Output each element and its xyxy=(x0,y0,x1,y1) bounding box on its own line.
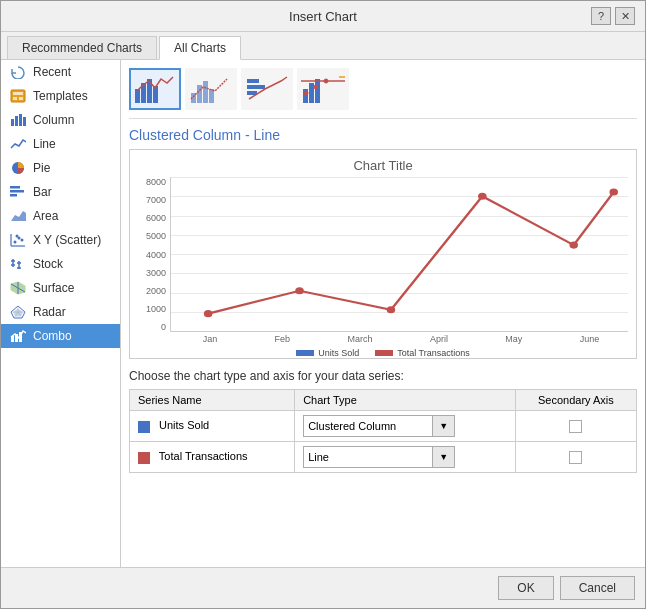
combo-icon xyxy=(9,329,27,343)
line-chart-svg xyxy=(171,177,628,331)
svg-rect-51 xyxy=(315,79,320,103)
sidebar-templates-label: Templates xyxy=(33,89,88,103)
svg-rect-0 xyxy=(11,90,25,102)
sidebar-item-xy[interactable]: X Y (Scatter) xyxy=(1,228,120,252)
sidebar-pie-label: Pie xyxy=(33,161,50,175)
svg-rect-3 xyxy=(19,97,23,100)
legend-units-sold-color xyxy=(296,350,314,356)
svg-point-57 xyxy=(204,310,213,317)
sidebar: Recent Templates Column Line xyxy=(1,60,121,567)
chart-type-select-0[interactable]: Clustered Column Line xyxy=(303,415,433,437)
tab-all-charts[interactable]: All Charts xyxy=(159,36,241,60)
sidebar-xy-label: X Y (Scatter) xyxy=(33,233,101,247)
tab-recommended[interactable]: Recommended Charts xyxy=(7,36,157,59)
svg-point-59 xyxy=(387,306,396,313)
main-panel: Clustered Column - Line Chart Title 8000… xyxy=(121,60,645,567)
svg-rect-7 xyxy=(23,117,26,126)
svg-point-54 xyxy=(314,85,318,89)
svg-rect-47 xyxy=(247,85,265,89)
svg-point-15 xyxy=(14,241,17,244)
chart-type-row xyxy=(129,68,637,119)
chart-body xyxy=(170,177,628,332)
tab-bar: Recommended Charts All Charts xyxy=(1,32,645,60)
radar-icon xyxy=(9,305,27,319)
chart-type-select-1[interactable]: Line Clustered Column xyxy=(303,446,433,468)
svg-point-62 xyxy=(609,188,618,195)
bar-icon xyxy=(9,185,27,199)
chart-type-btn-2[interactable] xyxy=(241,68,293,110)
close-button[interactable]: ✕ xyxy=(615,7,635,25)
sidebar-item-templates[interactable]: Templates xyxy=(1,84,120,108)
sidebar-area-label: Area xyxy=(33,209,58,223)
title-controls: ? ✕ xyxy=(591,7,635,25)
legend-units-sold-label: Units Sold xyxy=(318,348,359,358)
surface-icon xyxy=(9,281,27,295)
sidebar-bar-label: Bar xyxy=(33,185,52,199)
templates-icon xyxy=(9,89,27,103)
sidebar-item-line[interactable]: Line xyxy=(1,132,120,156)
col-chart-type: Chart Type xyxy=(295,390,516,411)
svg-rect-6 xyxy=(19,114,22,126)
svg-marker-12 xyxy=(11,211,26,221)
series-name-1: Total Transactions xyxy=(130,442,295,473)
cancel-button[interactable]: Cancel xyxy=(560,576,635,600)
legend-total-transactions-label: Total Transactions xyxy=(397,348,470,358)
pie-icon xyxy=(9,161,27,175)
table-row: Total Transactions Line Clustered Column… xyxy=(130,442,637,473)
dropdown-arrow-0[interactable]: ▼ xyxy=(433,415,455,437)
sidebar-item-surface[interactable]: Surface xyxy=(1,276,120,300)
y-axis: 8000 7000 6000 5000 4000 3000 2000 1000 … xyxy=(138,177,170,332)
chart-area: 8000 7000 6000 5000 4000 3000 2000 1000 … xyxy=(138,177,628,332)
sidebar-column-label: Column xyxy=(33,113,74,127)
secondary-checkbox-0[interactable] xyxy=(569,420,582,433)
column-icon xyxy=(9,113,27,127)
data-series-section: Choose the chart type and axis for your … xyxy=(129,369,637,473)
legend-total-transactions-color xyxy=(375,350,393,356)
sidebar-item-column[interactable]: Column xyxy=(1,108,120,132)
dropdown-arrow-1[interactable]: ▼ xyxy=(433,446,455,468)
x-labels: Jan Feb March April May June xyxy=(174,334,628,344)
series-label-1: Total Transactions xyxy=(159,450,248,462)
col-secondary-axis: Secondary Axis xyxy=(515,390,636,411)
sidebar-item-combo[interactable]: Combo xyxy=(1,324,120,348)
svg-rect-11 xyxy=(10,194,17,197)
secondary-checkbox-1[interactable] xyxy=(569,451,582,464)
chart-type-btn-3[interactable] xyxy=(297,68,349,110)
footer: OK Cancel xyxy=(1,567,645,608)
table-row: Units Sold Clustered Column Line ▼ xyxy=(130,411,637,442)
xy-icon xyxy=(9,233,27,247)
svg-rect-50 xyxy=(309,83,314,103)
series-label-0: Units Sold xyxy=(159,419,209,431)
sidebar-surface-label: Surface xyxy=(33,281,74,295)
sidebar-item-pie[interactable]: Pie xyxy=(1,156,120,180)
data-series-label: Choose the chart type and axis for your … xyxy=(129,369,637,383)
svg-point-18 xyxy=(16,235,19,238)
chart-type-btn-0[interactable] xyxy=(129,68,181,110)
col-series-name: Series Name xyxy=(130,390,295,411)
title-bar: Insert Chart ? ✕ xyxy=(1,1,645,32)
chart-preview: Chart Title 8000 7000 6000 5000 4000 300… xyxy=(129,149,637,359)
sidebar-item-area[interactable]: Area xyxy=(1,204,120,228)
secondary-axis-1 xyxy=(515,442,636,473)
legend-total-transactions: Total Transactions xyxy=(375,348,470,358)
sidebar-combo-label: Combo xyxy=(33,329,72,343)
svg-rect-10 xyxy=(10,190,24,193)
dialog-title: Insert Chart xyxy=(55,9,591,24)
series-table: Series Name Chart Type Secondary Axis Un… xyxy=(129,389,637,473)
svg-point-55 xyxy=(324,79,328,83)
sidebar-item-radar[interactable]: Radar xyxy=(1,300,120,324)
svg-rect-2 xyxy=(13,97,17,100)
series-name-0: Units Sold xyxy=(130,411,295,442)
chart-type-btn-1[interactable] xyxy=(185,68,237,110)
sidebar-item-stock[interactable]: Stock xyxy=(1,252,120,276)
sidebar-item-recent[interactable]: Recent xyxy=(1,60,120,84)
help-button[interactable]: ? xyxy=(591,7,611,25)
area-icon xyxy=(9,209,27,223)
dialog-content: Recent Templates Column Line xyxy=(1,60,645,567)
sidebar-item-bar[interactable]: Bar xyxy=(1,180,120,204)
legend-units-sold: Units Sold xyxy=(296,348,359,358)
sidebar-recent-label: Recent xyxy=(33,65,71,79)
svg-point-60 xyxy=(478,193,487,200)
ok-button[interactable]: OK xyxy=(498,576,553,600)
svg-point-53 xyxy=(304,91,308,95)
